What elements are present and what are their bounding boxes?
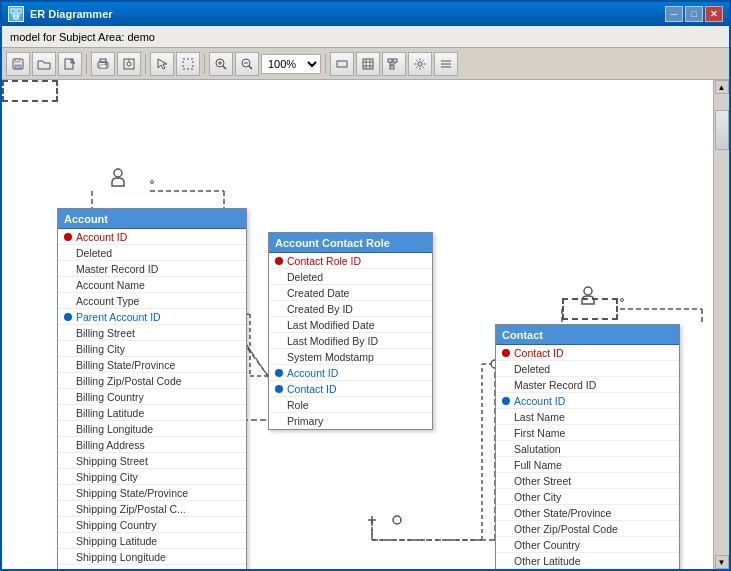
account-field-bstate[interactable]: Billing State/Province [58, 357, 246, 373]
contact-table[interactable]: Contact Contact ID Deleted Master Record… [495, 324, 680, 569]
contact-field-ocountry[interactable]: Other Country [496, 537, 679, 553]
account-field-bstreet[interactable]: Billing Street [58, 325, 246, 341]
acr-field-id[interactable]: Contact Role ID [269, 253, 432, 269]
field-name: Other Zip/Postal Code [514, 523, 618, 535]
acr-field-primary[interactable]: Primary [269, 413, 432, 429]
acr-table[interactable]: Account Contact Role Contact Role ID Del… [268, 232, 433, 430]
new-button[interactable] [58, 52, 82, 76]
svg-point-55 [114, 169, 122, 177]
contact-field-master[interactable]: Master Record ID [496, 377, 679, 393]
vertical-scrollbar[interactable]: ▲ ▼ [713, 80, 729, 569]
contact-field-id[interactable]: Contact ID [496, 345, 679, 361]
sep1 [86, 54, 87, 74]
field-name: Shipping Zip/Postal C... [76, 503, 186, 515]
acr-field-contact-id[interactable]: Contact ID [269, 381, 432, 397]
content-area: Account Account ID Deleted Master Record… [2, 80, 729, 569]
scroll-thumb[interactable] [715, 110, 729, 150]
account-field-bcountry[interactable]: Billing Country [58, 389, 246, 405]
scroll-down-arrow[interactable]: ▼ [715, 555, 729, 569]
account-field-scountry[interactable]: Shipping Country [58, 517, 246, 533]
contact-field-fullname[interactable]: Full Name [496, 457, 679, 473]
field-name: First Name [514, 427, 565, 439]
account-field-id[interactable]: Account ID [58, 229, 246, 245]
rel-connector-right [150, 180, 154, 184]
account-field-blat[interactable]: Billing Latitude [58, 405, 246, 421]
svg-point-17 [105, 63, 107, 65]
person-icon-contact [580, 286, 596, 308]
field-name: Billing Street [76, 327, 135, 339]
minimize-button[interactable]: ─ [665, 6, 683, 22]
field-name: Last Modified Date [287, 319, 375, 331]
svg-rect-8 [15, 65, 21, 69]
select-button[interactable] [176, 52, 200, 76]
fit-button[interactable] [330, 52, 354, 76]
account-field-name[interactable]: Account Name [58, 277, 246, 293]
maximize-button[interactable]: □ [685, 6, 703, 22]
zoom-select[interactable]: 100% 75% 50% 125% 150% [261, 54, 321, 74]
sep2 [145, 54, 146, 74]
acr-field-account-id[interactable]: Account ID [269, 365, 432, 381]
sep3 [204, 54, 205, 74]
field-name: Billing Zip/Postal Code [76, 375, 182, 387]
contact-field-firstname[interactable]: First Name [496, 425, 679, 441]
account-field-master[interactable]: Master Record ID [58, 261, 246, 277]
svg-rect-37 [390, 66, 394, 69]
contact-field-ocity[interactable]: Other City [496, 489, 679, 505]
scroll-up-arrow[interactable]: ▲ [715, 80, 729, 94]
save-button[interactable] [6, 52, 30, 76]
acr-field-modified-date[interactable]: Last Modified Date [269, 317, 432, 333]
open-button[interactable] [32, 52, 56, 76]
close-button[interactable]: ✕ [705, 6, 723, 22]
account-field-szip[interactable]: Shipping Zip/Postal C... [58, 501, 246, 517]
field-name: Account ID [514, 395, 565, 407]
account-field-scity[interactable]: Shipping City [58, 469, 246, 485]
acr-field-deleted[interactable]: Deleted [269, 269, 432, 285]
diagram-canvas[interactable]: Account Account ID Deleted Master Record… [2, 80, 713, 569]
acr-field-modified-by[interactable]: Last Modified By ID [269, 333, 432, 349]
field-name: Last Modified By ID [287, 335, 378, 347]
acr-field-created-date[interactable]: Created Date [269, 285, 432, 301]
window-controls: ─ □ ✕ [665, 6, 723, 22]
zoom-in-button[interactable] [209, 52, 233, 76]
contact-field-ozip[interactable]: Other Zip/Postal Code [496, 521, 679, 537]
acr-field-created-by[interactable]: Created By ID [269, 301, 432, 317]
field-name: Deleted [287, 271, 323, 283]
zoom-out-button[interactable] [235, 52, 259, 76]
print-button[interactable] [91, 52, 115, 76]
grid-button[interactable] [356, 52, 380, 76]
acr-field-role[interactable]: Role [269, 397, 432, 413]
contact-field-ostreet[interactable]: Other Street [496, 473, 679, 489]
account-field-blong[interactable]: Billing Longitude [58, 421, 246, 437]
contact-field-ostate[interactable]: Other State/Province [496, 505, 679, 521]
account-field-slat[interactable]: Shipping Latitude [58, 533, 246, 549]
field-name: Contact Role ID [287, 255, 361, 267]
account-field-slong[interactable]: Shipping Longitude [58, 549, 246, 565]
contact-field-lastname[interactable]: Last Name [496, 409, 679, 425]
account-field-bzip[interactable]: Billing Zip/Postal Code [58, 373, 246, 389]
account-field-sstreet[interactable]: Shipping Street [58, 453, 246, 469]
layout-button[interactable] [382, 52, 406, 76]
contact-field-olat[interactable]: Other Latitude [496, 553, 679, 569]
account-field-deleted[interactable]: Deleted [58, 245, 246, 261]
cursor-button[interactable] [150, 52, 174, 76]
extra-button[interactable] [434, 52, 458, 76]
sep4 [325, 54, 326, 74]
settings-button[interactable] [408, 52, 432, 76]
account-table[interactable]: Account Account ID Deleted Master Record… [57, 208, 247, 569]
contact-field-salutation[interactable]: Salutation [496, 441, 679, 457]
field-name: Billing State/Province [76, 359, 175, 371]
print-preview-button[interactable] [117, 52, 141, 76]
rel-box-account [2, 80, 58, 102]
account-table-name: Account [64, 213, 108, 225]
account-field-type[interactable]: Account Type [58, 293, 246, 309]
account-field-baddr[interactable]: Billing Address [58, 437, 246, 453]
account-field-bcity[interactable]: Billing City [58, 341, 246, 357]
contact-field-deleted[interactable]: Deleted [496, 361, 679, 377]
account-field-saddr[interactable]: Shipping Address [58, 565, 246, 569]
field-name: Contact ID [514, 347, 564, 359]
account-field-parent[interactable]: Parent Account ID [58, 309, 246, 325]
acr-field-modstamp[interactable]: System Modstamp [269, 349, 432, 365]
svg-rect-0 [11, 9, 15, 13]
account-field-sstate[interactable]: Shipping State/Province [58, 485, 246, 501]
contact-field-account-id[interactable]: Account ID [496, 393, 679, 409]
